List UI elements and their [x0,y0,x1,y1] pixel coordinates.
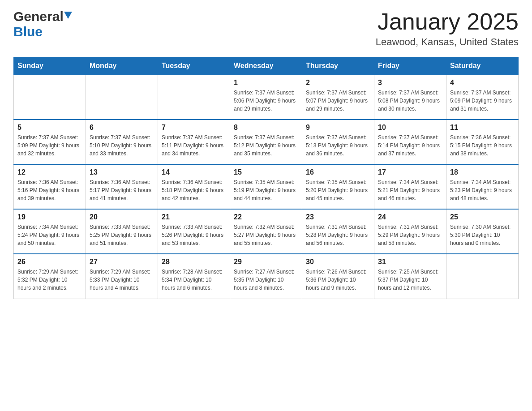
column-header-tuesday: Tuesday [158,57,230,75]
day-cell: 21Sunrise: 7:33 AM Sunset: 5:26 PM Dayli… [158,209,230,254]
column-header-monday: Monday [86,57,158,75]
day-info: Sunrise: 7:36 AM Sunset: 5:18 PM Dayligh… [162,178,226,202]
day-number: 7 [162,124,226,132]
day-cell: 20Sunrise: 7:33 AM Sunset: 5:25 PM Dayli… [86,209,158,254]
day-info: Sunrise: 7:29 AM Sunset: 5:32 PM Dayligh… [17,268,82,292]
day-number: 1 [234,79,298,87]
day-info: Sunrise: 7:37 AM Sunset: 5:09 PM Dayligh… [17,133,82,158]
week-row-4: 19Sunrise: 7:34 AM Sunset: 5:24 PM Dayli… [14,209,519,254]
day-info: Sunrise: 7:37 AM Sunset: 5:09 PM Dayligh… [450,89,515,113]
day-number: 11 [450,124,515,132]
day-info: Sunrise: 7:36 AM Sunset: 5:17 PM Dayligh… [90,178,154,202]
column-header-saturday: Saturday [446,57,519,75]
day-cell: 25Sunrise: 7:30 AM Sunset: 5:30 PM Dayli… [446,209,519,254]
day-cell: 9Sunrise: 7:37 AM Sunset: 5:13 PM Daylig… [302,120,374,164]
day-cell: 5Sunrise: 7:37 AM Sunset: 5:09 PM Daylig… [14,120,86,164]
day-cell: 3Sunrise: 7:37 AM Sunset: 5:08 PM Daylig… [374,75,446,120]
logo: General Blue [13,9,72,39]
day-info: Sunrise: 7:37 AM Sunset: 5:10 PM Dayligh… [90,133,154,158]
week-row-3: 12Sunrise: 7:36 AM Sunset: 5:16 PM Dayli… [14,164,519,209]
day-number: 25 [450,213,515,221]
day-cell: 13Sunrise: 7:36 AM Sunset: 5:17 PM Dayli… [86,164,158,209]
day-number: 12 [17,168,82,176]
day-number: 26 [17,258,82,266]
day-cell: 24Sunrise: 7:31 AM Sunset: 5:29 PM Dayli… [374,209,446,254]
day-cell: 7Sunrise: 7:37 AM Sunset: 5:11 PM Daylig… [158,120,230,164]
day-number: 30 [306,258,370,266]
day-number: 6 [90,124,154,132]
day-info: Sunrise: 7:29 AM Sunset: 5:33 PM Dayligh… [90,268,154,292]
column-header-thursday: Thursday [302,57,374,75]
day-info: Sunrise: 7:31 AM Sunset: 5:28 PM Dayligh… [306,223,370,247]
day-number: 13 [90,168,154,176]
day-number: 10 [378,124,442,132]
column-header-wednesday: Wednesday [230,57,302,75]
day-info: Sunrise: 7:36 AM Sunset: 5:16 PM Dayligh… [17,178,82,202]
day-cell: 10Sunrise: 7:37 AM Sunset: 5:14 PM Dayli… [374,120,446,164]
day-number: 19 [17,213,82,221]
day-number: 9 [306,124,370,132]
day-number: 3 [378,79,442,87]
day-info: Sunrise: 7:35 AM Sunset: 5:19 PM Dayligh… [234,178,298,202]
day-cell: 23Sunrise: 7:31 AM Sunset: 5:28 PM Dayli… [302,209,374,254]
title-block: January 2025 Leawood, Kansas, United Sta… [376,9,519,48]
day-number: 22 [234,213,298,221]
day-number: 27 [90,258,154,266]
day-cell: 15Sunrise: 7:35 AM Sunset: 5:19 PM Dayli… [230,164,302,209]
day-info: Sunrise: 7:37 AM Sunset: 5:12 PM Dayligh… [234,133,298,158]
day-number: 21 [162,213,226,221]
header-row: SundayMondayTuesdayWednesdayThursdayFrid… [14,57,519,75]
day-cell: 22Sunrise: 7:32 AM Sunset: 5:27 PM Dayli… [230,209,302,254]
day-info: Sunrise: 7:37 AM Sunset: 5:13 PM Dayligh… [306,133,370,158]
day-number: 20 [90,213,154,221]
day-cell: 26Sunrise: 7:29 AM Sunset: 5:32 PM Dayli… [14,254,86,299]
week-row-2: 5Sunrise: 7:37 AM Sunset: 5:09 PM Daylig… [14,120,519,164]
day-cell: 16Sunrise: 7:35 AM Sunset: 5:20 PM Dayli… [302,164,374,209]
day-cell: 27Sunrise: 7:29 AM Sunset: 5:33 PM Dayli… [86,254,158,299]
day-info: Sunrise: 7:37 AM Sunset: 5:11 PM Dayligh… [162,133,226,158]
week-row-1: 1Sunrise: 7:37 AM Sunset: 5:06 PM Daylig… [14,75,519,120]
day-cell: 2Sunrise: 7:37 AM Sunset: 5:07 PM Daylig… [302,75,374,120]
day-info: Sunrise: 7:26 AM Sunset: 5:36 PM Dayligh… [306,268,370,292]
day-info: Sunrise: 7:34 AM Sunset: 5:24 PM Dayligh… [17,223,82,247]
day-cell: 11Sunrise: 7:36 AM Sunset: 5:15 PM Dayli… [446,120,519,164]
day-info: Sunrise: 7:27 AM Sunset: 5:35 PM Dayligh… [234,268,298,292]
day-info: Sunrise: 7:28 AM Sunset: 5:34 PM Dayligh… [162,268,226,292]
day-cell [158,75,230,120]
day-info: Sunrise: 7:34 AM Sunset: 5:21 PM Dayligh… [378,178,442,202]
day-cell: 1Sunrise: 7:37 AM Sunset: 5:06 PM Daylig… [230,75,302,120]
day-cell: 31Sunrise: 7:25 AM Sunset: 5:37 PM Dayli… [374,254,446,299]
day-number: 5 [17,124,82,132]
day-number: 31 [378,258,442,266]
day-number: 8 [234,124,298,132]
day-cell: 18Sunrise: 7:34 AM Sunset: 5:23 PM Dayli… [446,164,519,209]
day-cell: 30Sunrise: 7:26 AM Sunset: 5:36 PM Dayli… [302,254,374,299]
day-cell [446,254,519,299]
column-header-friday: Friday [374,57,446,75]
day-number: 29 [234,258,298,266]
day-info: Sunrise: 7:37 AM Sunset: 5:14 PM Dayligh… [378,133,442,158]
day-info: Sunrise: 7:25 AM Sunset: 5:37 PM Dayligh… [378,268,442,292]
day-cell [86,75,158,120]
column-header-sunday: Sunday [14,57,86,75]
day-cell: 17Sunrise: 7:34 AM Sunset: 5:21 PM Dayli… [374,164,446,209]
day-number: 14 [162,168,226,176]
day-info: Sunrise: 7:33 AM Sunset: 5:25 PM Dayligh… [90,223,154,247]
day-cell: 4Sunrise: 7:37 AM Sunset: 5:09 PM Daylig… [446,75,519,120]
day-info: Sunrise: 7:37 AM Sunset: 5:07 PM Dayligh… [306,89,370,113]
calendar-subtitle: Leawood, Kansas, United States [376,36,519,48]
logo-general: General [13,9,64,24]
week-row-5: 26Sunrise: 7:29 AM Sunset: 5:32 PM Dayli… [14,254,519,299]
day-cell [14,75,86,120]
day-info: Sunrise: 7:32 AM Sunset: 5:27 PM Dayligh… [234,223,298,247]
day-number: 18 [450,168,515,176]
logo-blue: Blue [13,24,43,39]
day-cell: 19Sunrise: 7:34 AM Sunset: 5:24 PM Dayli… [14,209,86,254]
logo-triangle-icon [64,12,72,19]
day-number: 16 [306,168,370,176]
day-info: Sunrise: 7:37 AM Sunset: 5:06 PM Dayligh… [234,89,298,113]
calendar-table: SundayMondayTuesdayWednesdayThursdayFrid… [13,57,519,299]
calendar-title: January 2025 [376,9,519,34]
day-cell: 29Sunrise: 7:27 AM Sunset: 5:35 PM Dayli… [230,254,302,299]
day-cell: 14Sunrise: 7:36 AM Sunset: 5:18 PM Dayli… [158,164,230,209]
